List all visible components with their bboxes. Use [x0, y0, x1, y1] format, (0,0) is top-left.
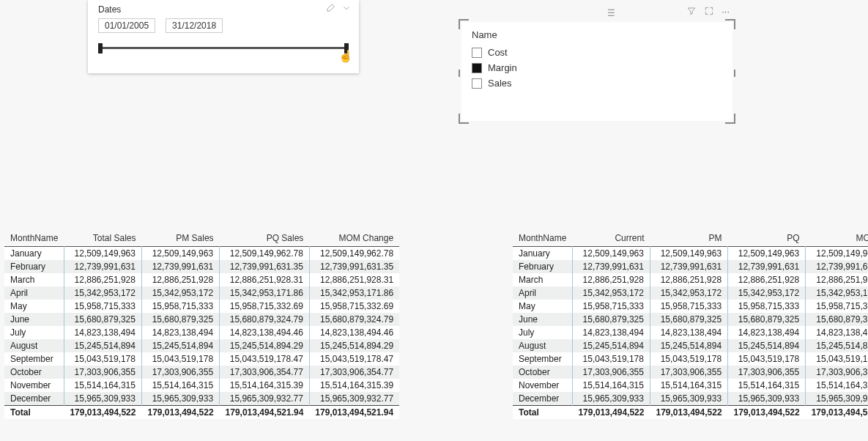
focus-mode-icon[interactable]	[704, 6, 714, 18]
checkbox-icon[interactable]	[472, 63, 482, 73]
table-row[interactable]: January12,509,149,96312,509,149,96312,50…	[4, 247, 399, 261]
table-row[interactable]: October17,303,906,35517,303,906,35517,30…	[513, 366, 868, 379]
drag-grip-icon[interactable]: ☰	[607, 8, 617, 18]
table-row[interactable]: June15,680,879,32515,680,879,32515,680,8…	[4, 313, 399, 326]
table-row[interactable]: July14,823,138,49414,823,138,49414,823,1…	[4, 326, 399, 339]
column-header[interactable]: PQ	[728, 230, 806, 247]
table-row[interactable]: November15,514,164,31515,514,164,31515,5…	[513, 379, 868, 392]
selection-edge[interactable]	[459, 70, 463, 77]
date-slicer[interactable]: Dates 01/01/2005 31/12/2018 ☝️	[88, 0, 359, 73]
table-row[interactable]: December15,965,309,93315,965,309,93315,9…	[513, 392, 868, 406]
column-header[interactable]: Current	[572, 230, 650, 247]
table-row[interactable]: August15,245,514,89415,245,514,89415,245…	[4, 339, 399, 352]
selection-corner[interactable]	[459, 114, 469, 124]
name-slicer-title: Name	[472, 29, 722, 40]
table-row[interactable]: June15,680,879,32515,680,879,32515,680,8…	[513, 313, 868, 326]
cursor-hand-icon: ☝️	[338, 49, 353, 63]
slider-handle-start[interactable]	[98, 43, 103, 53]
name-slicer[interactable]: ☰ ··· Name CostMarginSales	[461, 22, 732, 121]
total-row: Total179,013,494,522179,013,494,522179,0…	[513, 406, 868, 420]
checkbox-icon[interactable]	[472, 48, 482, 58]
visual-toolbar: ☰ ···	[461, 6, 732, 21]
date-slicer-title: Dates	[98, 4, 121, 15]
table-row[interactable]: September15,043,519,17815,043,519,17815,…	[4, 352, 399, 366]
selection-edge[interactable]	[731, 70, 735, 77]
table-row[interactable]: May15,958,715,33315,958,715,33315,958,71…	[513, 300, 868, 313]
table-row[interactable]: July14,823,138,49414,823,138,49414,823,1…	[513, 326, 868, 339]
more-options-icon[interactable]: ···	[722, 6, 730, 18]
column-header[interactable]: MonthName	[4, 230, 64, 247]
column-header[interactable]: MOM Change	[309, 230, 399, 247]
selection-corner[interactable]	[725, 114, 735, 124]
table-row[interactable]: May15,958,715,33315,958,715,33315,958,71…	[4, 300, 399, 313]
slicer-item-label: Margin	[488, 62, 517, 73]
table-row[interactable]: August15,245,514,89415,245,514,89415,245…	[513, 339, 868, 352]
table-row[interactable]: September15,043,519,17815,043,519,17815,…	[513, 352, 868, 366]
chevron-down-icon[interactable]	[341, 3, 352, 15]
date-start-input[interactable]: 01/01/2005	[98, 18, 155, 33]
slicer-item-cost[interactable]: Cost	[472, 45, 722, 60]
selection-corner[interactable]	[725, 19, 735, 29]
filter-icon[interactable]	[686, 6, 697, 18]
date-range-slider[interactable]: ☝️	[98, 43, 349, 56]
table-row[interactable]: January12,509,149,96312,509,149,96312,50…	[513, 247, 868, 261]
column-header[interactable]: MonthName	[513, 230, 572, 247]
slicer-item-label: Sales	[488, 78, 512, 89]
checkbox-icon[interactable]	[472, 78, 482, 89]
slicer-item-sales[interactable]: Sales	[472, 75, 722, 91]
table-row[interactable]: March12,886,251,92812,886,251,92812,886,…	[4, 273, 399, 286]
table-row[interactable]: April15,342,953,17215,342,953,17215,342,…	[4, 286, 399, 300]
slider-track	[98, 47, 349, 49]
table-row[interactable]: April15,342,953,17215,342,953,17215,342,…	[513, 286, 868, 300]
table-row[interactable]: February12,739,991,63112,739,991,63112,7…	[4, 260, 399, 273]
column-header[interactable]: PM Sales	[141, 230, 219, 247]
total-row: Total179,013,494,522179,013,494,522179,0…	[4, 406, 399, 420]
column-header[interactable]: MOM	[806, 230, 868, 247]
column-header[interactable]: Total Sales	[64, 230, 141, 247]
table-row[interactable]: December15,965,309,93315,965,309,93315,9…	[4, 392, 399, 406]
slicer-item-margin[interactable]: Margin	[472, 60, 722, 75]
column-header[interactable]: PM	[650, 230, 727, 247]
date-end-input[interactable]: 31/12/2018	[166, 18, 223, 33]
column-header[interactable]: PQ Sales	[220, 230, 310, 247]
sales-table-right[interactable]: MonthNameCurrentPMPQMOM January12,509,14…	[513, 230, 868, 419]
table-row[interactable]: October17,303,906,35517,303,906,35517,30…	[4, 366, 399, 379]
sales-table-left[interactable]: MonthNameTotal SalesPM SalesPQ SalesMOM …	[4, 230, 399, 419]
slicer-item-label: Cost	[488, 47, 508, 58]
table-row[interactable]: March12,886,251,92812,886,251,92812,886,…	[513, 273, 868, 286]
selection-corner[interactable]	[459, 19, 469, 29]
table-row[interactable]: November15,514,164,31515,514,164,31515,5…	[4, 379, 399, 392]
eraser-icon[interactable]	[325, 3, 335, 15]
table-row[interactable]: February12,739,991,63112,739,991,63112,7…	[513, 260, 868, 273]
